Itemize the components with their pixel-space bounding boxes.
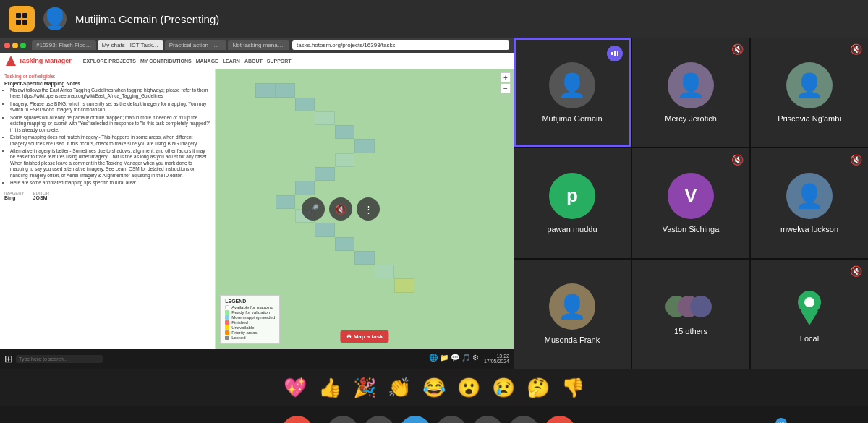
name-others: 15 others	[671, 327, 710, 336]
nav-about[interactable]: About	[244, 59, 263, 64]
nav-explore[interactable]: Explore Projects	[83, 59, 136, 64]
tm-logo: Tasking Manager	[6, 56, 72, 66]
screen-share-control	[363, 416, 395, 423]
name-mercy: Mercy Jerotich	[662, 114, 720, 123]
map-task-button[interactable]: ⊕ Map a task	[341, 330, 389, 343]
browser-tab-3[interactable]: Practical action - how did you...	[165, 40, 227, 50]
location-icon	[788, 285, 831, 328]
legend-label-available: Available for mapping	[231, 305, 273, 309]
nav-learn[interactable]: Learn	[223, 59, 240, 64]
share-content-control	[435, 416, 467, 423]
emoji-thinking[interactable]: 🤔	[527, 377, 550, 399]
imagery-value: Bing	[4, 195, 25, 200]
legend-dot-validation	[225, 310, 229, 315]
emoji-thumbsdown[interactable]: 👎	[561, 377, 584, 399]
windows-taskbar: ⊞ 🌐 📁 💬 🎵 ⚙ 13:22 17/05/2024	[0, 349, 514, 369]
note-1: Malawi follows the East Africa Tagging G…	[10, 87, 210, 100]
legend-label-validation: Ready for validation	[231, 310, 270, 315]
emoji-party[interactable]: 🎉	[353, 377, 376, 399]
participant-tile-local[interactable]: Local 🔇	[751, 260, 868, 369]
overlay-mute-btn[interactable]: 🔇	[329, 197, 352, 221]
browser-content: Tasking Manager Explore Projects My Cont…	[0, 53, 514, 349]
screen-share-button[interactable]	[363, 416, 395, 423]
more-button[interactable]: ⋯	[508, 416, 540, 423]
participant-tile-musonda[interactable]: Musonda Frank	[514, 260, 631, 369]
browser-tab-2[interactable]: My chats - ICT Tasking Manage...	[98, 40, 163, 50]
participant-tile-mutijima[interactable]: Mutijima Gernain	[514, 38, 631, 147]
zoom-out-btn[interactable]: −	[501, 83, 511, 93]
reaction-button[interactable]: 🙂	[399, 416, 431, 423]
tm-page-title: Tasking or self/eligible:	[4, 74, 210, 79]
emoji-sad[interactable]: 😢	[492, 377, 515, 399]
emoji-thumbsup[interactable]: 👍	[318, 377, 341, 399]
emoji-surprised[interactable]: 😮	[457, 377, 480, 399]
legend-label-priority: Priority areas	[231, 330, 257, 335]
tm-notes-title: Project-Specific Mapping Notes	[4, 81, 210, 86]
screen-share-area: #10393: Flash Flood in Malawi... My chat…	[0, 38, 514, 369]
tm-nav: Explore Projects My Contributions Manage…	[83, 59, 292, 64]
browser-tab-4[interactable]: Not tasking manager - Comp...	[228, 40, 289, 50]
avatar-mwelwa	[786, 173, 833, 219]
others-avatar-3	[690, 296, 712, 317]
editor-selector: EDITOR JOSM	[33, 191, 50, 200]
map-legend: LEGEND Available for mapping Ready for v…	[220, 295, 280, 344]
end-call-button[interactable]	[544, 416, 576, 423]
emoji-clap[interactable]: 👏	[388, 377, 411, 399]
presenter-name: Mutijima Gernain (Presenting)	[75, 13, 219, 25]
legend-label-locked: Locked	[231, 336, 245, 340]
tasking-manager: Tasking Manager Explore Projects My Cont…	[0, 53, 514, 349]
participant-tile-vaston[interactable]: V Vaston Sichinga 🔇	[632, 148, 749, 257]
mic-btn-wrapper: ▲	[272, 416, 313, 423]
name-mwelwa: mwelwa luckson	[778, 225, 841, 234]
participant-tile-others[interactable]: 15 others	[632, 260, 749, 369]
overlay-mic-btn[interactable]: 🎤	[302, 197, 325, 221]
legend-label-unavailable: Unavailable	[231, 325, 254, 330]
imagery-label: IMAGERY	[4, 191, 25, 195]
zoom-in-btn[interactable]: +	[501, 72, 511, 82]
name-priscovia: Priscovia Ng'ambi	[775, 114, 844, 123]
maximize-window-btn[interactable]	[20, 43, 26, 48]
svg-rect-3	[22, 20, 27, 25]
nav-manage[interactable]: Manage	[196, 59, 218, 64]
tm-logo-icon	[6, 56, 16, 66]
address-bar[interactable]	[292, 40, 509, 50]
raise-hand-button[interactable]: ✋	[472, 416, 503, 423]
app-logo	[9, 6, 35, 32]
participant-tile-mercy[interactable]: Mercy Jerotich 🔇	[632, 38, 749, 147]
emoji-laugh[interactable]: 😂	[422, 377, 446, 399]
legend-title: LEGEND	[225, 299, 275, 304]
taskbar-icon-4: 🎵	[461, 354, 470, 364]
avatar-mutijima	[549, 62, 595, 108]
legend-dot-more-mapping	[225, 315, 229, 320]
overlay-more-btn[interactable]: ⋮	[357, 197, 380, 221]
bottom-controls-bar: Youth Day celebration Event with LKM. ▲	[0, 406, 868, 423]
participant-tile-mwelwa[interactable]: mwelwa luckson 🔇	[751, 148, 868, 257]
emoji-heart[interactable]: 💖	[284, 377, 307, 399]
browser-tab-1[interactable]: #10393: Flash Flood in Malawi...	[32, 40, 96, 50]
nav-support[interactable]: Support	[267, 59, 292, 64]
top-bar: Mutijima Gernain (Presenting)	[0, 0, 868, 38]
windows-start-icon[interactable]: ⊞	[4, 353, 13, 364]
participant-tile-pawan[interactable]: p pawan muddu	[514, 148, 631, 257]
legend-validation: Ready for validation	[225, 310, 275, 315]
taskbar-search-input[interactable]	[16, 355, 103, 363]
legend-priority: Priority areas	[225, 330, 275, 335]
svg-rect-1	[22, 13, 27, 18]
minimize-window-btn[interactable]	[12, 43, 18, 48]
mic-toggle-button[interactable]	[281, 416, 313, 423]
close-window-btn[interactable]	[4, 43, 10, 48]
participant-tile-priscovia[interactable]: Priscovia Ng'ambi 🔇	[751, 38, 868, 147]
tm-map[interactable]: + − LEGEND Available for mapping	[216, 69, 514, 349]
video-toggle-button[interactable]	[327, 416, 359, 423]
screen-overlay-controls: 🎤 🔇 ⋮	[302, 197, 380, 221]
browser-frame: #10393: Flash Flood in Malawi... My chat…	[0, 38, 514, 369]
name-pawan: pawan muddu	[544, 225, 600, 234]
note-6: Here are some annotated mapping tips spe…	[10, 180, 210, 186]
imagery-selector: IMAGERY Bing	[4, 191, 25, 200]
share-content-button[interactable]	[435, 416, 467, 423]
nav-contributions[interactable]: My Contributions	[140, 59, 192, 64]
map-task-icon: ⊕	[346, 333, 352, 340]
legend-locked: Locked	[225, 336, 275, 340]
tm-body: Tasking or self/eligible: Project-Specif…	[0, 69, 514, 349]
taskbar-time-value: 13:22	[484, 354, 509, 359]
